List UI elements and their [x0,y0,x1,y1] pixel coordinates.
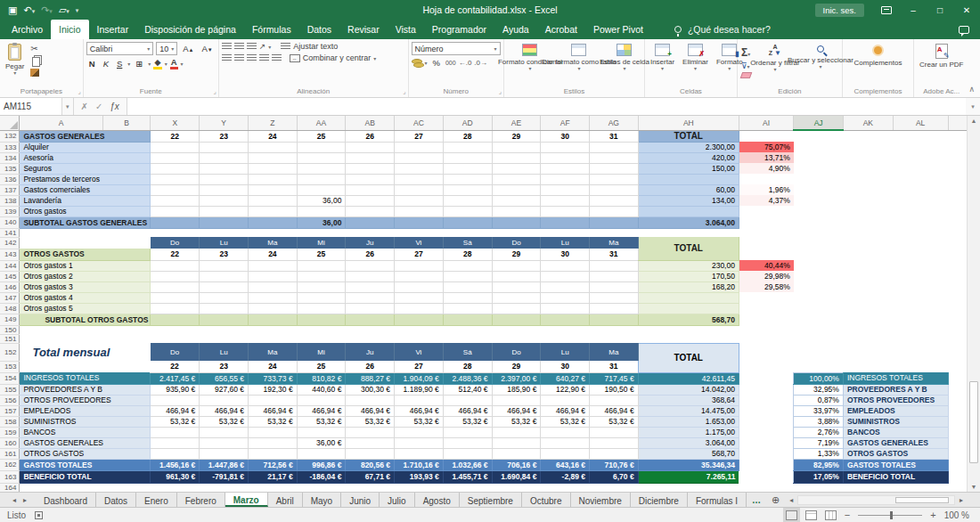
cell[interactable]: 888,27 € [346,372,395,384]
ribbon-tab-disposición-de-página[interactable]: Disposición de página [136,20,244,39]
sheet-nav-right-icon[interactable]: ▸ [23,496,27,504]
column-header-AK[interactable]: AK [843,116,893,130]
cell[interactable] [151,174,200,184]
cell[interactable]: 53,32 € [395,416,444,427]
cell[interactable] [395,184,444,195]
sheet-tab-marzo[interactable]: Marzo [225,493,268,507]
cell[interactable]: 0,87% [794,395,844,405]
cell[interactable]: 1.904,09 € [395,372,444,384]
insert-function-icon[interactable]: ƒx [110,102,119,111]
row-number-161[interactable]: 161 [0,448,20,459]
cell[interactable]: 7,19% [794,437,844,448]
cell[interactable]: 24 [249,130,298,142]
cell[interactable]: 1.189,90 € [395,384,444,395]
cell[interactable] [739,459,793,470]
cell[interactable] [590,260,639,271]
cell[interactable]: 27 [395,130,444,142]
cell[interactable]: 53,32 € [151,416,200,427]
cell[interactable]: 193,93 € [395,470,444,483]
cell[interactable]: -2,89 € [541,470,590,483]
cell[interactable]: OTROS GASTOS [20,448,151,459]
font-color-icon[interactable]: A [170,58,178,69]
cell[interactable]: 28 [443,361,492,372]
cell[interactable] [590,195,639,206]
cell[interactable] [200,448,249,459]
bold-button[interactable]: N [86,59,98,69]
cell[interactable]: 512,40 € [443,384,492,395]
cell[interactable]: 53,32 € [443,416,492,427]
cell[interactable] [541,206,590,216]
cell[interactable] [200,303,249,314]
cell[interactable]: 466,94 € [297,405,346,416]
cell[interactable]: GASTOS GENERALES [20,437,151,448]
cell[interactable]: Seguros [20,163,151,174]
cell[interactable]: 466,94 € [590,405,639,416]
underline-button[interactable]: S [114,59,125,69]
row-number-135[interactable]: 135 [0,163,20,174]
cell[interactable]: 1.455,71 € [443,470,492,483]
cell[interactable]: Lu [541,343,590,361]
cell[interactable]: 717,45 € [590,372,639,384]
cell[interactable] [492,206,541,216]
cell[interactable]: 67,71 € [346,470,395,483]
cell[interactable]: 300,30 € [346,384,395,395]
cell[interactable]: 35.346,34 [638,459,739,470]
cell[interactable] [297,448,346,459]
row-number-155[interactable]: 155 [0,384,20,395]
comma-style-icon[interactable]: 000 [445,60,456,66]
cell[interactable]: 100,00% [794,372,844,384]
cell[interactable] [492,174,541,184]
cell[interactable]: 21,17 € [249,470,298,483]
row-number-140[interactable]: 140 [0,216,20,228]
cell[interactable]: 53,32 € [200,416,249,427]
cell[interactable]: Do [492,343,541,361]
cell[interactable]: 168,20 [638,281,739,292]
cell[interactable] [395,195,444,206]
cell[interactable]: INGRESOS TOTALES [843,372,948,384]
horizontal-scrollbar[interactable]: ◂ ▸ [785,493,968,507]
wrap-text-button[interactable]: Ajustar texto [281,42,338,51]
cell[interactable]: GASTOS GENERALES [843,437,948,448]
cell[interactable]: 60,00 [638,184,739,195]
cell[interactable] [590,163,639,174]
cell[interactable] [200,281,249,292]
scroll-up-icon[interactable]: ▲ [968,118,980,124]
cell[interactable] [590,292,639,303]
find-select-button[interactable]: Buscar y seleccionar▾ [798,42,843,72]
sign-in-button[interactable]: Inic. ses. [815,4,865,17]
cell[interactable] [200,292,249,303]
cell[interactable] [541,448,590,459]
decrease-indent-icon[interactable] [259,54,269,61]
cell[interactable] [151,292,200,303]
row-number-143[interactable]: 143 [0,249,20,260]
cell[interactable] [739,448,793,459]
column-header-AE[interactable]: AE [492,116,541,130]
row-number-148[interactable]: 148 [0,303,20,314]
cell[interactable]: Sá [443,343,492,361]
cell[interactable] [492,437,541,448]
cell[interactable] [151,184,200,195]
cell[interactable] [249,142,298,152]
cell[interactable] [739,206,979,216]
cancel-icon[interactable]: ✗ [81,102,88,111]
cell[interactable]: 23 [200,249,249,260]
cell[interactable] [395,142,444,152]
cell[interactable] [297,292,346,303]
cell[interactable]: 30 [541,130,590,142]
cell[interactable] [200,206,249,216]
cell[interactable] [151,152,200,163]
column-header-A[interactable]: A [20,116,102,130]
cell[interactable]: 24 [249,361,298,372]
cell[interactable]: 1,33% [794,448,844,459]
cell[interactable] [249,281,298,292]
cell[interactable]: 28 [443,249,492,260]
cell[interactable] [20,237,151,249]
cell[interactable] [151,395,200,405]
cell[interactable] [739,314,979,325]
font-dialog-launcher[interactable]: ⌟ [214,88,216,95]
italic-button[interactable]: K [101,59,111,69]
minimize-button[interactable]: – [900,3,927,18]
cell[interactable] [492,303,541,314]
cell[interactable] [249,216,298,228]
cell[interactable]: 75,07% [739,142,793,152]
